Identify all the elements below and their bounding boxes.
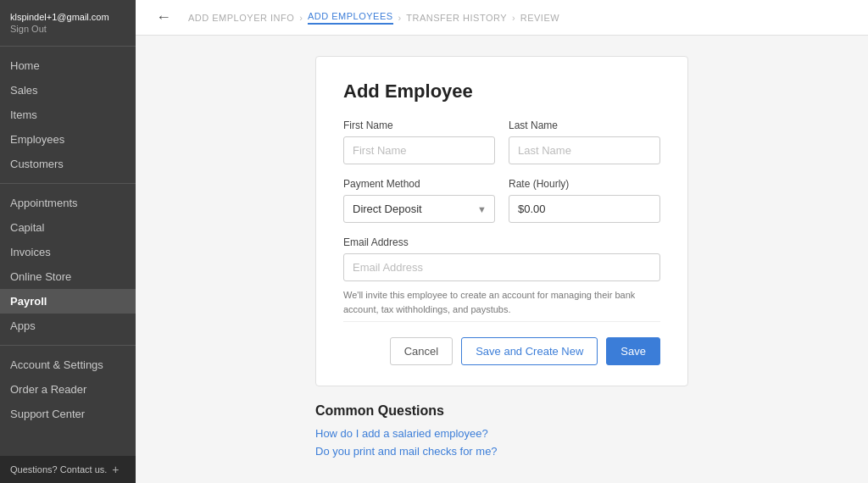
sidebar-bottom: Questions? Contact us. + [0, 456, 136, 483]
breadcrumb-add-employees[interactable]: ADD EMPLOYEES [308, 11, 393, 25]
sidebar: klspindel+1@gmail.com Sign Out Home Sale… [0, 0, 136, 483]
breadcrumb-sep-1: › [299, 13, 303, 23]
email-input[interactable] [343, 253, 660, 281]
save-button[interactable]: Save [606, 337, 660, 365]
sidebar-item-online-store[interactable]: Online Store [0, 264, 136, 289]
sidebar-email: klspindel+1@gmail.com [10, 12, 125, 22]
sidebar-signout[interactable]: Sign Out [10, 24, 125, 34]
sidebar-item-items[interactable]: Items [0, 103, 136, 127]
sidebar-item-customers[interactable]: Customers [0, 152, 136, 176]
sidebar-divider-1 [0, 46, 136, 47]
payment-method-select[interactable]: Direct Deposit Check Cash [343, 195, 495, 223]
email-label: Email Address [343, 236, 660, 248]
sidebar-contact[interactable]: Questions? Contact us. + [0, 456, 136, 483]
first-name-input[interactable] [343, 136, 495, 164]
contact-label: Questions? Contact us. [10, 464, 107, 475]
breadcrumb-sep-3: › [512, 13, 515, 23]
name-row: First Name Last Name [343, 119, 660, 164]
breadcrumbs: ADD EMPLOYER INFO › ADD EMPLOYEES › TRAN… [188, 11, 559, 25]
sidebar-user-section: klspindel+1@gmail.com Sign Out [0, 0, 136, 39]
email-note: We'll invite this employee to create an … [343, 288, 660, 316]
sidebar-item-employees[interactable]: Employees [0, 127, 136, 152]
add-employee-form-card: Add Employee First Name Last Name Paymen… [315, 56, 688, 386]
sidebar-item-account-settings[interactable]: Account & Settings [0, 353, 136, 377]
payment-method-label: Payment Method [343, 178, 495, 190]
form-actions: Cancel Save and Create New Save [343, 321, 660, 365]
sidebar-item-apps[interactable]: Apps [0, 314, 136, 338]
contact-plus-icon: + [112, 463, 119, 476]
sidebar-divider-3 [0, 345, 136, 346]
last-name-input[interactable] [509, 136, 660, 164]
sidebar-divider-2 [0, 183, 136, 184]
email-group: Email Address We'll invite this employee… [343, 236, 660, 316]
sidebar-item-support[interactable]: Support Center [0, 402, 136, 426]
sidebar-item-invoices[interactable]: Invoices [0, 240, 136, 264]
payment-method-wrapper: Direct Deposit Check Cash ▼ [343, 195, 495, 223]
sidebar-item-home[interactable]: Home [0, 53, 136, 78]
common-questions-section: Common Questions How do I add a salaried… [315, 403, 688, 458]
cq-link-2[interactable]: Do you print and mail checks for me? [315, 445, 688, 458]
first-name-label: First Name [343, 119, 495, 131]
back-button[interactable]: ← [156, 8, 171, 26]
top-nav: ← ADD EMPLOYER INFO › ADD EMPLOYEES › TR… [136, 0, 868, 36]
sidebar-item-payroll[interactable]: Payroll [0, 289, 136, 314]
breadcrumb-add-employer[interactable]: ADD EMPLOYER INFO [188, 13, 294, 23]
sidebar-item-appointments[interactable]: Appointments [0, 191, 136, 215]
common-questions-title: Common Questions [315, 403, 688, 419]
cancel-button[interactable]: Cancel [390, 337, 453, 365]
breadcrumb-sep-2: › [398, 13, 402, 23]
rate-label: Rate (Hourly) [509, 178, 660, 190]
cq-link-1[interactable]: How do I add a salaried employee? [315, 427, 688, 440]
rate-input[interactable] [509, 195, 660, 223]
rate-group: Rate (Hourly) [509, 178, 660, 223]
save-and-create-new-button[interactable]: Save and Create New [461, 337, 598, 365]
payment-rate-row: Payment Method Direct Deposit Check Cash… [343, 178, 660, 223]
sidebar-item-capital[interactable]: Capital [0, 215, 136, 240]
sidebar-item-sales[interactable]: Sales [0, 78, 136, 103]
breadcrumb-transfer-history[interactable]: TRANSFER HISTORY [406, 13, 507, 23]
page-content: Add Employee First Name Last Name Paymen… [136, 36, 868, 483]
last-name-group: Last Name [509, 119, 660, 164]
form-title: Add Employee [343, 80, 660, 103]
payment-method-group: Payment Method Direct Deposit Check Cash… [343, 178, 495, 223]
first-name-group: First Name [343, 119, 495, 164]
sidebar-item-order-reader[interactable]: Order a Reader [0, 377, 136, 402]
breadcrumb-review[interactable]: REVIEW [520, 13, 559, 23]
main-content: ← ADD EMPLOYER INFO › ADD EMPLOYEES › TR… [136, 0, 868, 483]
last-name-label: Last Name [509, 119, 660, 131]
